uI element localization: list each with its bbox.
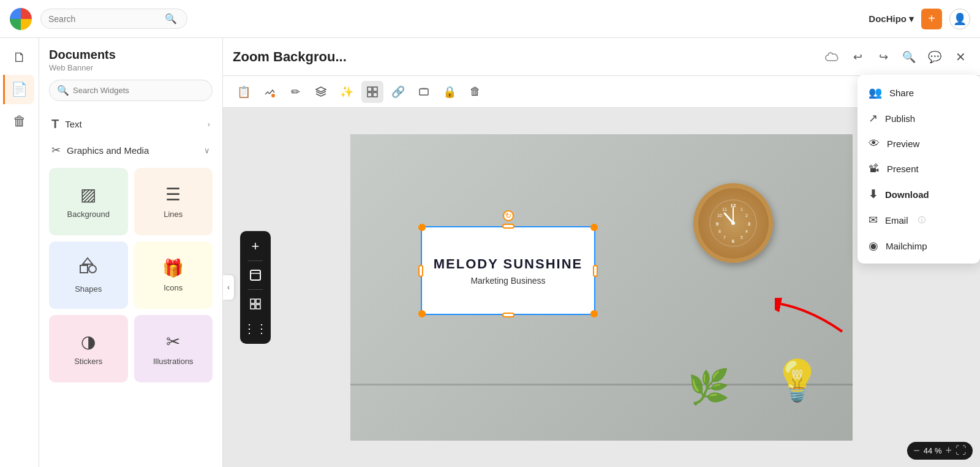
widget-lines[interactable]: ☰ Lines: [134, 168, 213, 235]
section-text[interactable]: T Text ›: [49, 111, 213, 137]
float-divider-2: [248, 289, 263, 290]
toolbar-trash[interactable]: 🗑: [464, 81, 486, 103]
handle-bot-right[interactable]: [590, 310, 598, 317]
svg-rect-9: [421, 88, 427, 89]
search-icon: 🔍: [165, 13, 177, 25]
svg-text:3: 3: [748, 221, 751, 227]
dropdown-menu: 👥 Share ↗ Publish 👁 Preview 📽 Present ⬇: [858, 75, 980, 264]
panel-title: Documents: [49, 48, 213, 62]
panel-subtitle: Web Banner: [49, 63, 213, 72]
panel-toggle[interactable]: ‹: [223, 275, 234, 300]
dropdown-present[interactable]: 📽 Present: [858, 156, 980, 181]
svg-text:7: 7: [723, 235, 726, 240]
svg-text:2: 2: [745, 213, 748, 218]
toolbar-fill[interactable]: [258, 81, 281, 103]
lamp-decor: 💡: [772, 357, 822, 404]
close-icon-btn[interactable]: ✕: [951, 47, 970, 67]
handle-mid-right[interactable]: [593, 265, 598, 277]
handle-top-right[interactable]: [590, 224, 598, 231]
icons-card-icon: 🎁: [162, 258, 184, 278]
dropdown-mailchimp[interactable]: ◉ Mailchimp: [858, 233, 980, 259]
widget-search-bar[interactable]: 🔍: [49, 80, 213, 101]
svg-point-1: [89, 265, 96, 273]
preview-icon: 👁: [869, 137, 880, 150]
float-add-btn[interactable]: +: [244, 235, 267, 258]
text-section-label: Text: [65, 119, 207, 129]
dropdown-email[interactable]: ✉ Email ⓘ: [858, 207, 980, 233]
float-divider-1: [248, 260, 263, 261]
dropdown-share[interactable]: 👥 Share: [858, 80, 980, 105]
handle-bot-left[interactable]: [418, 310, 426, 317]
design-canvas[interactable]: 12 3 6 9 1 2 4 5 7 8: [350, 134, 853, 441]
float-frame-btn[interactable]: [244, 264, 267, 287]
background-card-icon: ▨: [80, 184, 96, 205]
toolbar-link[interactable]: 🔗: [387, 81, 409, 103]
handle-mid-left[interactable]: [418, 265, 423, 277]
svg-rect-10: [251, 270, 260, 280]
chevron-down-icon: ▾: [909, 13, 914, 25]
widget-stickers[interactable]: ◑ Stickers: [49, 315, 128, 382]
dropdown-publish[interactable]: ↗ Publish: [858, 105, 980, 131]
canvas-background: 12 3 6 9 1 2 4 5 7 8: [350, 134, 853, 441]
svg-rect-8: [420, 89, 428, 95]
float-dots-btn[interactable]: ⋮⋮: [244, 317, 267, 340]
handle-top-mid[interactable]: [502, 224, 514, 229]
widget-illustrations[interactable]: ✂ Illustrations: [134, 315, 213, 382]
toolbar-effects[interactable]: ✨: [336, 81, 358, 103]
canvas-header: Zoom Backgrou... ↩ ↪ 🔍 💬 ✕ 👥 Share ↗: [223, 38, 980, 76]
selected-text-box[interactable]: ↻ MELODY SUNSHINE Marketing Business: [421, 226, 595, 315]
section-graphics[interactable]: ✂ Graphics and Media ∨: [49, 137, 213, 163]
email-info-icon: ⓘ: [918, 215, 925, 226]
dropdown-download[interactable]: ⬇ Download: [858, 181, 980, 207]
graphics-section-label: Graphics and Media: [67, 145, 204, 156]
widget-background[interactable]: ▨ Background: [49, 168, 128, 235]
sidebar-item-trash[interactable]: 🗑: [5, 107, 34, 136]
present-icon: 📽: [869, 162, 880, 175]
search-canvas-icon-btn[interactable]: 🔍: [899, 47, 919, 67]
text-section-arrow: ›: [208, 120, 210, 129]
search-input[interactable]: [48, 14, 165, 24]
widget-search-icon: 🔍: [57, 85, 69, 96]
zoom-out-btn[interactable]: −: [913, 444, 920, 457]
add-button[interactable]: +: [921, 9, 942, 29]
brand-label[interactable]: DocHipo ▾: [869, 13, 914, 25]
float-grid-btn[interactable]: [244, 292, 267, 316]
cloud-icon-btn[interactable]: [822, 47, 842, 67]
app-logo[interactable]: [10, 8, 32, 30]
trash-sidebar-icon: 🗑: [13, 113, 26, 129]
illustrations-card-label: Illustrations: [153, 357, 194, 366]
comment-icon-btn[interactable]: 💬: [925, 47, 944, 67]
search-bar[interactable]: 🔍: [40, 9, 187, 29]
toolbar-pencil[interactable]: ✏: [284, 81, 306, 103]
toolbar-grid[interactable]: [361, 81, 383, 103]
rotate-handle[interactable]: ↻: [503, 210, 514, 221]
design-subtitle: Marketing Business: [470, 276, 545, 286]
mailchimp-icon: ◉: [869, 239, 878, 252]
undo-icon-btn[interactable]: ↩: [848, 47, 867, 67]
sidebar-item-pages[interactable]: 📄: [3, 75, 34, 104]
widget-search-input[interactable]: [73, 86, 205, 95]
plant-decor: 🌿: [688, 367, 730, 407]
handle-top-left[interactable]: [418, 224, 426, 231]
pages-icon: 📄: [11, 82, 28, 97]
toolbar-stack[interactable]: [413, 81, 435, 103]
sidebar-item-documents[interactable]: 🗋: [5, 43, 34, 72]
stickers-card-label: Stickers: [74, 357, 102, 366]
toolbar-lock[interactable]: 🔒: [439, 81, 461, 103]
widget-shapes[interactable]: Shapes: [49, 241, 128, 309]
toolbar-clipboard[interactable]: 📋: [233, 81, 255, 103]
svg-rect-14: [251, 305, 255, 309]
user-icon-button[interactable]: 👤: [949, 9, 970, 29]
handle-bot-mid[interactable]: [502, 313, 514, 317]
zoom-in-btn[interactable]: +: [945, 444, 952, 457]
icon-sidebar: 🗋 📄 🗑: [0, 38, 39, 467]
svg-text:5: 5: [741, 235, 743, 240]
zoom-fullscreen-btn[interactable]: ⛶: [956, 444, 967, 457]
dropdown-preview[interactable]: 👁 Preview: [858, 131, 980, 156]
svg-text:11: 11: [722, 207, 727, 211]
svg-rect-13: [256, 299, 260, 303]
redo-icon-btn[interactable]: ↪: [873, 47, 893, 67]
clock-decoration: 12 3 6 9 1 2 4 5 7 8: [693, 183, 773, 263]
toolbar-layers[interactable]: [310, 81, 332, 103]
widget-icons[interactable]: 🎁 Icons: [134, 241, 213, 309]
